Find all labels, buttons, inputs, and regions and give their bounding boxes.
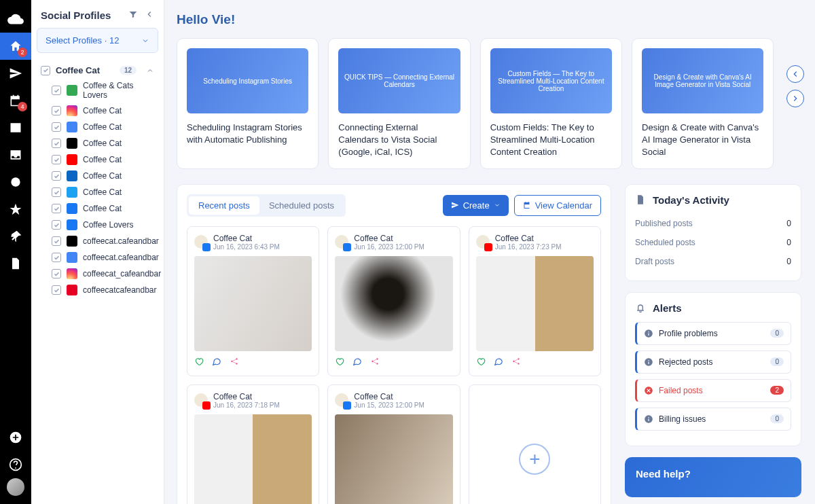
network-icon [67, 154, 77, 165]
profile-label: Coffee & Cats Lovers [83, 81, 154, 100]
profile-item[interactable]: Coffee Cat [37, 200, 158, 217]
checkbox-icon[interactable] [52, 187, 61, 197]
profile-item[interactable]: Coffee Cat [37, 168, 158, 184]
rail-add[interactable] [0, 424, 31, 451]
profile-item[interactable]: coffeecatcafeandbar [37, 282, 158, 298]
rail-listening[interactable] [0, 168, 31, 196]
share-icon[interactable] [511, 357, 521, 369]
carousel-next-button[interactable] [786, 90, 804, 107]
rail-publish[interactable] [0, 60, 31, 87]
tip-thumbnail: QUICK TIPS — Connecting External Calenda… [338, 48, 460, 113]
checkbox-icon[interactable] [52, 139, 61, 148]
profile-label: Coffee Cat [83, 106, 122, 115]
rail-pinned[interactable] [0, 223, 31, 250]
checkbox-icon[interactable] [52, 269, 61, 278]
tip-title: Connecting External Calendars to Vista S… [338, 122, 460, 159]
tip-card[interactable]: Design & Create with Canva's AI Image Ge… [632, 38, 774, 169]
add-post-button[interactable]: + [469, 384, 601, 504]
tip-title: Custom Fields: The Key to Streamlined Mu… [490, 122, 612, 159]
rail-reports[interactable] [0, 250, 31, 277]
profile-item[interactable]: coffeecat.cafeandbar [37, 233, 158, 249]
checkbox-icon[interactable] [52, 171, 61, 181]
profile-group[interactable]: Coffee Cat 12 [37, 62, 158, 78]
alert-item[interactable]: Billing issues0 [635, 408, 791, 431]
post-card[interactable]: Coffee CatJun 16, 2023 7:18 PM [187, 384, 319, 504]
network-badge-icon [484, 243, 492, 251]
group-count: 12 [120, 66, 137, 75]
checkbox-icon[interactable] [52, 106, 61, 115]
checkbox-icon[interactable] [52, 236, 61, 246]
checkbox-icon[interactable] [52, 155, 61, 164]
collapse-icon[interactable] [145, 10, 154, 21]
profile-item[interactable]: Coffee Cat [37, 151, 158, 168]
alert-item[interactable]: Profile problems0 [635, 322, 791, 345]
view-calendar-button[interactable]: View Calendar [514, 195, 601, 216]
comment-icon[interactable] [494, 357, 503, 369]
checkbox-icon[interactable] [52, 86, 61, 95]
tips-carousel: Scheduling Instagram StoriesScheduling I… [177, 38, 803, 169]
rail-help[interactable] [0, 451, 31, 478]
comment-icon[interactable] [352, 357, 362, 369]
alert-label: Rejected posts [659, 357, 712, 367]
tip-card[interactable]: Scheduling Instagram StoriesScheduling I… [177, 38, 319, 169]
alerts-card: Alerts Profile problems0Rejected posts0F… [625, 292, 801, 446]
tip-card[interactable]: Custom Fields — The Key to Streamlined M… [480, 38, 622, 169]
rail-home[interactable]: 2 [0, 33, 31, 60]
rail-media[interactable] [0, 114, 31, 141]
profile-item[interactable]: Coffee Cat [37, 135, 158, 151]
post-avatar [335, 393, 348, 407]
post-card[interactable]: Coffee CatJun 15, 2023 12:00 PM [327, 384, 460, 504]
tab-recent[interactable]: Recent posts [189, 196, 259, 215]
post-card[interactable]: Coffee CatJun 16, 2023 12:00 PM [327, 226, 460, 376]
checkbox-icon[interactable] [52, 285, 61, 295]
post-image [476, 256, 594, 351]
checkbox-icon[interactable] [41, 66, 50, 75]
checkbox-icon[interactable] [52, 253, 61, 262]
rail-inbox[interactable] [0, 141, 31, 168]
network-badge-icon [343, 243, 351, 251]
like-icon[interactable] [194, 357, 204, 369]
rail-logo[interactable] [0, 5, 31, 33]
network-icon [67, 268, 77, 279]
tip-title: Scheduling Instagram Stories with Automa… [187, 122, 308, 146]
share-icon[interactable] [370, 357, 380, 369]
help-box[interactable]: Need help? [625, 457, 801, 497]
post-card[interactable]: Coffee CatJun 16, 2023 7:23 PM [469, 226, 601, 376]
profile-label: Coffee Cat [83, 187, 122, 197]
post-author: Coffee Cat [354, 234, 424, 243]
like-icon[interactable] [476, 357, 486, 369]
profile-item[interactable]: Coffee & Cats Lovers [37, 78, 158, 103]
post-image [194, 414, 312, 504]
like-icon[interactable] [335, 357, 344, 369]
alert-label: Billing issues [659, 414, 706, 424]
create-button[interactable]: Create [443, 195, 509, 216]
comment-icon[interactable] [212, 357, 221, 369]
tab-scheduled[interactable]: Scheduled posts [259, 196, 344, 215]
post-card[interactable]: Coffee CatJun 16, 2023 6:43 PM [187, 226, 319, 376]
profile-item[interactable]: coffeecat_cafeandbar [37, 266, 158, 282]
stat-value: 0 [786, 219, 791, 228]
rail-calendar[interactable]: 4 [0, 87, 31, 114]
carousel-prev-button[interactable] [786, 65, 804, 83]
alert-item[interactable]: Rejected posts0 [635, 350, 791, 374]
profile-item[interactable]: Coffee Cat [37, 103, 158, 119]
main-content: Hello Vie! Scheduling Instagram StoriesS… [164, 0, 815, 504]
profile-item[interactable]: Coffee Lovers [37, 217, 158, 233]
profile-item[interactable]: Coffee Cat [37, 119, 158, 135]
rail-reviews[interactable] [0, 196, 31, 223]
profile-label: coffeecat.cafeandbar [83, 253, 159, 262]
profiles-panel: Social Profiles Select Profiles · 12 Cof… [31, 0, 164, 504]
checkbox-icon[interactable] [52, 220, 61, 230]
network-icon [67, 105, 77, 116]
nav-rail: 24 [0, 0, 31, 504]
checkbox-icon[interactable] [52, 204, 61, 213]
checkbox-icon[interactable] [52, 122, 61, 132]
profile-item[interactable]: coffeecat.cafeandbar [37, 249, 158, 266]
profile-item[interactable]: Coffee Cat [37, 184, 158, 200]
select-profiles-dropdown[interactable]: Select Profiles · 12 [37, 28, 158, 53]
user-avatar[interactable] [7, 478, 24, 496]
share-icon[interactable] [230, 357, 239, 369]
alert-item[interactable]: Failed posts2 [635, 379, 791, 402]
tip-card[interactable]: QUICK TIPS — Connecting External Calenda… [328, 38, 470, 169]
filter-icon[interactable] [128, 10, 138, 21]
